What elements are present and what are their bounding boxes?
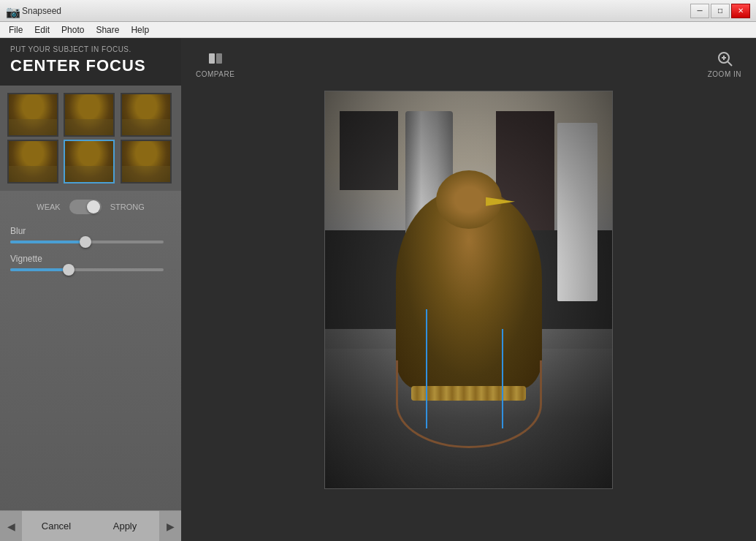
- title-bar: 📷 Snapseed ─ □ ✕: [0, 0, 756, 22]
- compare-icon: [205, 48, 226, 69]
- compare-button[interactable]: COMPARE: [196, 48, 234, 78]
- cancel-button[interactable]: Cancel: [22, 511, 91, 542]
- vignette-thumb[interactable]: [63, 264, 75, 276]
- menu-help[interactable]: Help: [125, 23, 155, 37]
- blur-slider-group: Blur: [10, 226, 171, 243]
- vignette-slider-group: Vignette: [10, 254, 171, 271]
- eagle-image: [324, 91, 613, 489]
- thumbnail-6[interactable]: [121, 140, 172, 184]
- window-title: Snapseed: [22, 6, 690, 16]
- panel-title: CENTER FOCUS: [10, 56, 171, 75]
- svg-rect-0: [209, 53, 215, 64]
- thumbnail-3[interactable]: [121, 93, 172, 137]
- strong-label: STRONG: [110, 203, 145, 211]
- menu-edit[interactable]: Edit: [28, 23, 56, 37]
- thumbnail-5-image: [65, 141, 113, 182]
- main-layout: PUT YOUR SUBJECT IN FOCUS. CENTER FOCUS: [0, 38, 756, 541]
- weak-label: WEAK: [37, 203, 60, 211]
- compare-label: COMPARE: [196, 70, 234, 78]
- menu-share[interactable]: Share: [90, 23, 125, 37]
- blue-string-1: [426, 309, 427, 428]
- perch-rope: [411, 386, 526, 401]
- prev-button[interactable]: ◀: [0, 511, 22, 542]
- strength-toggle[interactable]: [69, 200, 102, 214]
- blur-label: Blur: [10, 226, 171, 236]
- white-container: [557, 123, 597, 301]
- maximize-button[interactable]: □: [711, 4, 730, 18]
- canvas-area: COMPARE ZOOM IN: [181, 38, 756, 541]
- panel-footer: ◀ Cancel Apply ▶: [0, 510, 181, 541]
- thumbnail-1[interactable]: [7, 93, 58, 137]
- zoom-in-label: ZOOM IN: [708, 70, 741, 78]
- thumbnail-1-image: [9, 94, 57, 135]
- close-button[interactable]: ✕: [731, 4, 750, 18]
- title-bar-buttons: ─ □ ✕: [690, 4, 750, 18]
- thumbnail-6-image: [122, 141, 170, 182]
- minimize-button[interactable]: ─: [690, 4, 709, 18]
- menu-file[interactable]: File: [3, 23, 28, 37]
- svg-line-3: [728, 62, 732, 67]
- strength-row: WEAK STRONG: [0, 191, 181, 220]
- thumbnail-2-image: [65, 94, 113, 135]
- zoom-in-button[interactable]: ZOOM IN: [708, 48, 741, 78]
- blur-track[interactable]: [10, 241, 164, 243]
- blue-string-2: [502, 329, 503, 428]
- perch-stand: [396, 360, 542, 448]
- left-panel: PUT YOUR SUBJECT IN FOCUS. CENTER FOCUS: [0, 38, 181, 541]
- toggle-thumb: [87, 200, 100, 213]
- thumbnail-5[interactable]: [64, 140, 115, 184]
- apply-button[interactable]: Apply: [91, 511, 159, 542]
- thumbnail-2[interactable]: [64, 93, 115, 137]
- blur-thumb[interactable]: [80, 236, 91, 248]
- menu-photo[interactable]: Photo: [56, 23, 90, 37]
- app-icon: 📷: [6, 5, 18, 17]
- thumbnail-4[interactable]: [7, 140, 58, 184]
- svg-rect-1: [216, 53, 222, 64]
- panel-header: PUT YOUR SUBJECT IN FOCUS. CENTER FOCUS: [0, 38, 181, 86]
- zoom-in-icon: [714, 48, 735, 69]
- sliders-section: Blur Vignette: [0, 220, 181, 510]
- vignette-track[interactable]: [10, 268, 164, 271]
- thumbnails-grid: [0, 86, 181, 191]
- blur-fill: [10, 241, 85, 243]
- vignette-label: Vignette: [10, 254, 171, 264]
- vignette-fill: [10, 268, 69, 271]
- thumbnail-3-image: [122, 94, 170, 135]
- menu-bar: File Edit Photo Share Help: [0, 22, 756, 38]
- panel-subtitle: PUT YOUR SUBJECT IN FOCUS.: [10, 45, 171, 53]
- thumbnail-4-image: [9, 141, 57, 182]
- dark-box-left: [340, 111, 398, 191]
- next-button[interactable]: ▶: [159, 511, 181, 542]
